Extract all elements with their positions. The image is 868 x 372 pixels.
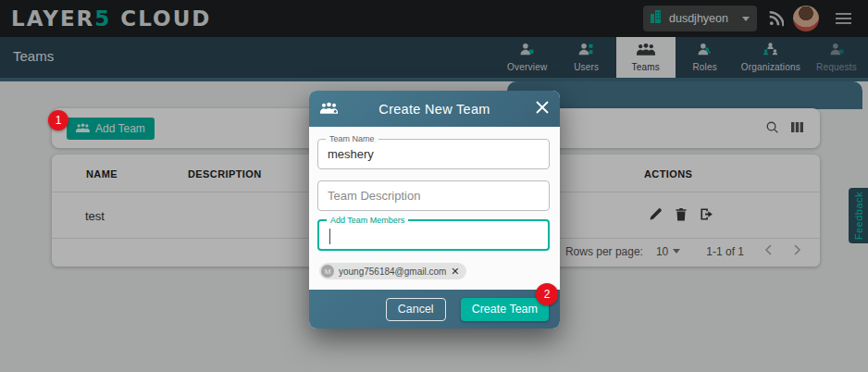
close-icon[interactable]	[536, 101, 549, 118]
team-description-field-wrapper	[317, 180, 550, 211]
add-members-input[interactable]	[319, 221, 548, 249]
text-cursor	[329, 229, 330, 244]
modal-header: Create New Team	[309, 91, 560, 127]
team-name-input[interactable]	[318, 140, 549, 168]
member-avatar: M	[321, 265, 334, 278]
add-members-field-wrapper: Add Team Members	[317, 219, 550, 251]
step-2-badge: 2	[536, 283, 558, 305]
team-description-input[interactable]	[318, 181, 549, 210]
member-chip: M young756184@gmail.com ✕	[319, 263, 466, 279]
add-members-label: Add Team Members	[327, 216, 408, 225]
member-email: young756184@gmail.com	[339, 267, 446, 277]
team-name-field-wrapper: Team Name	[317, 139, 550, 169]
modal-title: Create New Team	[309, 102, 560, 117]
modal-body: Team Name Add Team Members M young756184…	[309, 127, 560, 290]
app-root: LAYER5 CLOUD dusdjhyeon Teams Overview	[0, 0, 868, 372]
create-team-button[interactable]: Create Team	[461, 298, 549, 321]
cancel-button[interactable]: Cancel	[386, 298, 446, 321]
step-1-badge: 1	[48, 110, 68, 130]
create-team-modal: Create New Team Team Name Add Team Membe…	[309, 91, 560, 329]
team-name-label: Team Name	[326, 134, 378, 143]
chip-remove-icon[interactable]: ✕	[451, 267, 459, 277]
modal-footer: Cancel Create Team	[309, 290, 560, 329]
